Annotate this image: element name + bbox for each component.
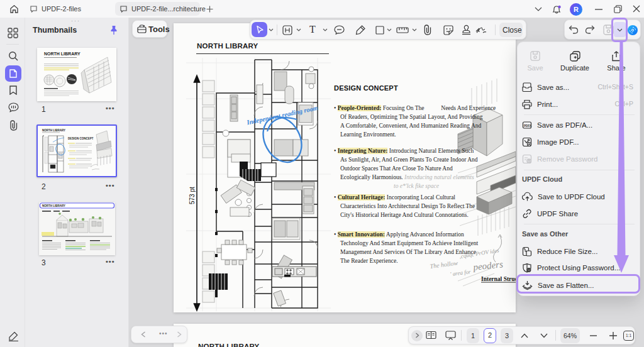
- svg-text:NORTH LIBRARY: NORTH LIBRARY: [42, 129, 65, 132]
- svg-text:573 pt: 573 pt: [189, 187, 196, 204]
- svg-text:NORTH LIBRARY: NORTH LIBRARY: [44, 52, 80, 56]
- svg-text:DESIGN CONCEPT: DESIGN CONCEPT: [68, 137, 94, 140]
- svg-text:Internal Structu: Internal Structu: [481, 276, 516, 282]
- svg-text:NORTH LIBRARY: NORTH LIBRARY: [42, 204, 65, 207]
- svg-text:PDFA: PDFA: [524, 124, 532, 128]
- svg-text:' area for: ' area for: [450, 268, 472, 277]
